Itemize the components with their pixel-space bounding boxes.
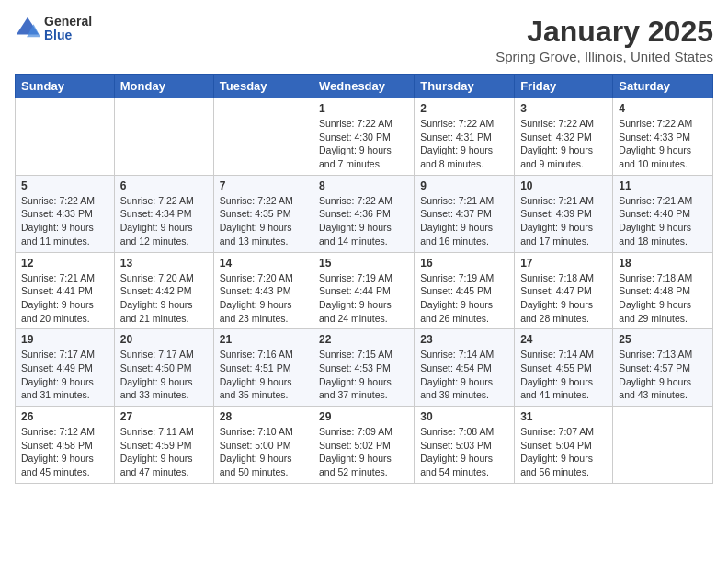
location-title: Spring Grove, Illinois, United States	[495, 49, 713, 64]
calendar-day-cell: 31Sunrise: 7:07 AM Sunset: 5:04 PM Dayli…	[515, 407, 613, 484]
calendar-day-cell: 11Sunrise: 7:21 AM Sunset: 4:40 PM Dayli…	[613, 175, 713, 252]
day-info: Sunrise: 7:14 AM Sunset: 4:55 PM Dayligh…	[520, 348, 607, 402]
day-number: 24	[520, 333, 607, 346]
day-number: 11	[619, 179, 707, 192]
day-number: 5	[21, 179, 108, 192]
day-info: Sunrise: 7:22 AM Sunset: 4:32 PM Dayligh…	[520, 117, 607, 171]
day-info: Sunrise: 7:13 AM Sunset: 4:57 PM Dayligh…	[619, 348, 707, 402]
calendar-day-cell	[213, 98, 313, 176]
day-number: 28	[220, 410, 307, 423]
calendar-day-cell: 12Sunrise: 7:21 AM Sunset: 4:41 PM Dayli…	[16, 252, 115, 329]
calendar-week-row: 1Sunrise: 7:22 AM Sunset: 4:30 PM Daylig…	[16, 98, 713, 176]
day-info: Sunrise: 7:09 AM Sunset: 5:02 PM Dayligh…	[319, 425, 408, 479]
calendar-day-cell: 14Sunrise: 7:20 AM Sunset: 4:43 PM Dayli…	[213, 252, 313, 329]
day-number: 20	[120, 333, 208, 346]
calendar-day-cell	[16, 98, 115, 176]
day-number: 1	[319, 102, 408, 115]
day-info: Sunrise: 7:21 AM Sunset: 4:40 PM Dayligh…	[619, 194, 707, 248]
day-number: 14	[220, 257, 307, 270]
weekday-header-cell: Wednesday	[313, 75, 415, 98]
calendar-day-cell	[613, 407, 713, 484]
weekday-header-cell: Tuesday	[213, 75, 313, 98]
day-number: 25	[619, 333, 707, 346]
day-info: Sunrise: 7:20 AM Sunset: 4:43 PM Dayligh…	[220, 271, 307, 326]
day-info: Sunrise: 7:08 AM Sunset: 5:03 PM Dayligh…	[420, 425, 508, 479]
day-number: 31	[520, 410, 607, 423]
day-number: 10	[520, 179, 607, 192]
title-area: January 2025 Spring Grove, Illinois, Uni…	[495, 15, 713, 64]
calendar-week-row: 19Sunrise: 7:17 AM Sunset: 4:49 PM Dayli…	[16, 329, 713, 407]
day-info: Sunrise: 7:10 AM Sunset: 5:00 PM Dayligh…	[220, 425, 307, 479]
weekday-header-cell: Friday	[515, 75, 613, 98]
header: General Blue January 2025 Spring Grove, …	[15, 15, 713, 64]
calendar-day-cell: 15Sunrise: 7:19 AM Sunset: 4:44 PM Dayli…	[313, 252, 415, 329]
day-info: Sunrise: 7:22 AM Sunset: 4:33 PM Dayligh…	[619, 117, 707, 171]
calendar-day-cell: 18Sunrise: 7:18 AM Sunset: 4:48 PM Dayli…	[613, 252, 713, 329]
calendar-day-cell: 20Sunrise: 7:17 AM Sunset: 4:50 PM Dayli…	[114, 329, 213, 407]
day-number: 21	[220, 333, 307, 346]
day-number: 7	[220, 179, 307, 192]
day-info: Sunrise: 7:19 AM Sunset: 4:45 PM Dayligh…	[420, 271, 508, 326]
calendar-day-cell: 13Sunrise: 7:20 AM Sunset: 4:42 PM Dayli…	[114, 252, 213, 329]
month-title: January 2025	[495, 15, 713, 49]
day-info: Sunrise: 7:21 AM Sunset: 4:41 PM Dayligh…	[21, 271, 108, 326]
day-number: 19	[21, 333, 108, 346]
weekday-header-cell: Monday	[114, 75, 213, 98]
day-info: Sunrise: 7:22 AM Sunset: 4:33 PM Dayligh…	[21, 194, 108, 248]
calendar-day-cell: 10Sunrise: 7:21 AM Sunset: 4:39 PM Dayli…	[515, 175, 613, 252]
day-number: 12	[21, 257, 108, 270]
calendar-day-cell: 4Sunrise: 7:22 AM Sunset: 4:33 PM Daylig…	[613, 98, 713, 176]
calendar-day-cell: 1Sunrise: 7:22 AM Sunset: 4:30 PM Daylig…	[313, 98, 415, 176]
calendar-day-cell: 26Sunrise: 7:12 AM Sunset: 4:58 PM Dayli…	[16, 407, 115, 484]
logo-blue-text: Blue	[44, 29, 92, 42]
calendar-day-cell: 27Sunrise: 7:11 AM Sunset: 4:59 PM Dayli…	[114, 407, 213, 484]
calendar-day-cell: 6Sunrise: 7:22 AM Sunset: 4:34 PM Daylig…	[114, 175, 213, 252]
logo-icon	[15, 16, 40, 41]
calendar-day-cell: 17Sunrise: 7:18 AM Sunset: 4:47 PM Dayli…	[515, 252, 613, 329]
day-number: 16	[420, 257, 508, 270]
calendar-day-cell: 5Sunrise: 7:22 AM Sunset: 4:33 PM Daylig…	[16, 175, 115, 252]
weekday-header-row: SundayMondayTuesdayWednesdayThursdayFrid…	[16, 75, 713, 98]
day-info: Sunrise: 7:21 AM Sunset: 4:39 PM Dayligh…	[520, 194, 607, 248]
day-number: 3	[520, 102, 607, 115]
day-number: 18	[619, 257, 707, 270]
calendar-day-cell: 21Sunrise: 7:16 AM Sunset: 4:51 PM Dayli…	[213, 329, 313, 407]
day-number: 26	[21, 410, 108, 423]
day-info: Sunrise: 7:22 AM Sunset: 4:31 PM Dayligh…	[420, 117, 508, 171]
day-number: 13	[120, 257, 208, 270]
calendar-day-cell: 2Sunrise: 7:22 AM Sunset: 4:31 PM Daylig…	[415, 98, 515, 176]
day-info: Sunrise: 7:17 AM Sunset: 4:50 PM Dayligh…	[120, 348, 208, 402]
day-number: 22	[319, 333, 408, 346]
day-info: Sunrise: 7:17 AM Sunset: 4:49 PM Dayligh…	[21, 348, 108, 402]
day-number: 27	[120, 410, 208, 423]
calendar-day-cell: 3Sunrise: 7:22 AM Sunset: 4:32 PM Daylig…	[515, 98, 613, 176]
day-number: 30	[420, 410, 508, 423]
calendar: SundayMondayTuesdayWednesdayThursdayFrid…	[15, 74, 713, 484]
day-info: Sunrise: 7:15 AM Sunset: 4:53 PM Dayligh…	[319, 348, 408, 402]
day-number: 23	[420, 333, 508, 346]
calendar-day-cell: 25Sunrise: 7:13 AM Sunset: 4:57 PM Dayli…	[613, 329, 713, 407]
calendar-day-cell: 7Sunrise: 7:22 AM Sunset: 4:35 PM Daylig…	[213, 175, 313, 252]
day-info: Sunrise: 7:14 AM Sunset: 4:54 PM Dayligh…	[420, 348, 508, 402]
day-info: Sunrise: 7:19 AM Sunset: 4:44 PM Dayligh…	[319, 271, 408, 326]
weekday-header-cell: Saturday	[613, 75, 713, 98]
day-number: 9	[420, 179, 508, 192]
day-info: Sunrise: 7:07 AM Sunset: 5:04 PM Dayligh…	[520, 425, 607, 479]
calendar-day-cell	[114, 98, 213, 176]
day-info: Sunrise: 7:18 AM Sunset: 4:47 PM Dayligh…	[520, 271, 607, 326]
calendar-day-cell: 28Sunrise: 7:10 AM Sunset: 5:00 PM Dayli…	[213, 407, 313, 484]
calendar-week-row: 5Sunrise: 7:22 AM Sunset: 4:33 PM Daylig…	[16, 175, 713, 252]
day-number: 8	[319, 179, 408, 192]
calendar-day-cell: 22Sunrise: 7:15 AM Sunset: 4:53 PM Dayli…	[313, 329, 415, 407]
calendar-week-row: 12Sunrise: 7:21 AM Sunset: 4:41 PM Dayli…	[16, 252, 713, 329]
day-number: 2	[420, 102, 508, 115]
day-info: Sunrise: 7:22 AM Sunset: 4:30 PM Dayligh…	[319, 117, 408, 171]
calendar-day-cell: 24Sunrise: 7:14 AM Sunset: 4:55 PM Dayli…	[515, 329, 613, 407]
calendar-day-cell: 30Sunrise: 7:08 AM Sunset: 5:03 PM Dayli…	[415, 407, 515, 484]
calendar-day-cell: 23Sunrise: 7:14 AM Sunset: 4:54 PM Dayli…	[415, 329, 515, 407]
day-number: 4	[619, 102, 707, 115]
day-number: 6	[120, 179, 208, 192]
calendar-week-row: 26Sunrise: 7:12 AM Sunset: 4:58 PM Dayli…	[16, 407, 713, 484]
calendar-body: 1Sunrise: 7:22 AM Sunset: 4:30 PM Daylig…	[16, 98, 713, 484]
weekday-header-cell: Sunday	[16, 75, 115, 98]
